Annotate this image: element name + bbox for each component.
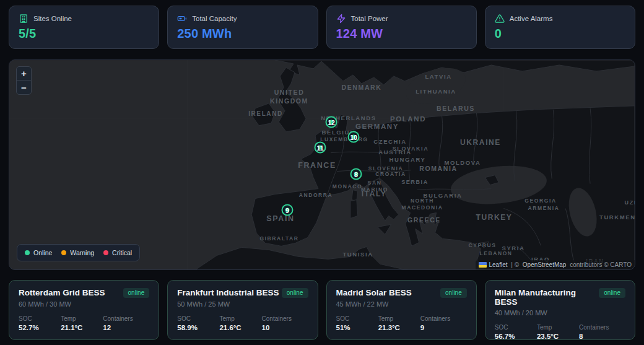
legend-label: Online bbox=[33, 249, 52, 256]
legend-item-warning: Warning bbox=[61, 249, 94, 256]
stat-card-sites-online: Sites Online 5/5 bbox=[9, 6, 159, 49]
stat-label: Total Power bbox=[351, 15, 388, 22]
site-cluster-marker[interactable]: 10 bbox=[349, 133, 359, 142]
site-capacity: 60 MWh / 30 MW bbox=[19, 300, 149, 308]
stat-value: 5/5 bbox=[19, 27, 149, 41]
containers-label: Containers bbox=[579, 324, 625, 331]
stat-card-total-power: Total Power 124 MW bbox=[326, 6, 477, 49]
site-name: Milan Manufacturing BESS bbox=[495, 288, 599, 307]
soc-value: 58.9% bbox=[177, 324, 219, 331]
soc-label: SOC bbox=[19, 315, 61, 322]
alert-triangle-icon bbox=[495, 14, 505, 24]
stat-value: 250 MWh bbox=[177, 27, 308, 41]
status-badge: online bbox=[282, 288, 308, 298]
soc-value: 56.7% bbox=[495, 333, 537, 340]
soc-label: SOC bbox=[336, 315, 378, 322]
building-icon bbox=[19, 14, 28, 24]
legend-item-critical: Critical bbox=[103, 249, 132, 256]
stat-value: 124 MW bbox=[336, 27, 467, 41]
site-card-madrid[interactable]: Madrid Solar BESS online 45 MWh / 22 MW … bbox=[326, 280, 477, 340]
temp-value: 23.5°C bbox=[537, 333, 579, 340]
site-cluster-marker[interactable]: 11 bbox=[316, 143, 325, 152]
site-capacity: 45 MWh / 22 MW bbox=[336, 300, 467, 308]
site-card-milan[interactable]: Milan Manufacturing BESS online 40 MWh /… bbox=[485, 280, 635, 340]
temp-value: 21.3°C bbox=[378, 324, 420, 331]
site-name: Frankfurt Industrial BESS bbox=[177, 288, 279, 297]
temp-label: Temp bbox=[61, 315, 103, 322]
bess-dashboard: Sites Online 5/5 Total Capacity 250 MWh … bbox=[0, 0, 644, 345]
site-cluster-marker[interactable]: 9 bbox=[283, 206, 292, 215]
map-tiles bbox=[9, 60, 635, 270]
battery-icon bbox=[177, 14, 187, 24]
stat-label: Active Alarms bbox=[510, 15, 553, 22]
temp-label: Temp bbox=[378, 315, 420, 322]
attribution-tail: contributors © CARTO bbox=[568, 261, 632, 268]
soc-value: 51% bbox=[336, 324, 378, 331]
temp-label: Temp bbox=[537, 324, 579, 331]
bolt-icon bbox=[336, 14, 346, 24]
containers-value: 9 bbox=[420, 324, 467, 331]
stat-label: Total Capacity bbox=[192, 15, 237, 22]
site-name: Madrid Solar BESS bbox=[336, 288, 412, 297]
legend-label: Warning bbox=[70, 249, 94, 256]
warning-dot-icon bbox=[61, 250, 66, 255]
site-name: Rotterdam Grid BESS bbox=[19, 288, 105, 297]
zoom-in-button[interactable]: + bbox=[17, 67, 31, 81]
temp-value: 21.1°C bbox=[61, 324, 103, 331]
containers-label: Containers bbox=[420, 315, 467, 322]
map-attribution: Leaflet | © OpenStreetMap contributors ©… bbox=[476, 260, 635, 269]
stats-row: Sites Online 5/5 Total Capacity 250 MWh … bbox=[9, 6, 635, 49]
map-legend: Online Warning Critical bbox=[17, 244, 140, 261]
site-cluster-marker[interactable]: 8 bbox=[352, 170, 361, 179]
openstreetmap-link[interactable]: OpenStreetMap bbox=[523, 261, 567, 268]
stat-card-total-capacity: Total Capacity 250 MWh bbox=[167, 6, 318, 49]
critical-dot-icon bbox=[103, 250, 108, 255]
containers-value: 10 bbox=[262, 324, 308, 331]
zoom-out-button[interactable]: − bbox=[17, 81, 31, 94]
legend-item-online: Online bbox=[25, 249, 52, 256]
site-card-rotterdam[interactable]: Rotterdam Grid BESS online 60 MWh / 30 M… bbox=[9, 280, 159, 340]
status-badge: online bbox=[599, 288, 625, 298]
stat-card-active-alarms: Active Alarms 0 bbox=[485, 6, 635, 49]
containers-value: 8 bbox=[579, 333, 625, 340]
online-dot-icon bbox=[25, 250, 30, 255]
soc-label: SOC bbox=[495, 324, 537, 331]
containers-label: Containers bbox=[103, 315, 149, 322]
legend-label: Critical bbox=[112, 249, 132, 256]
attribution-separator: | © bbox=[509, 261, 520, 268]
leaflet-link[interactable]: Leaflet bbox=[489, 261, 507, 268]
sites-row: Rotterdam Grid BESS online 60 MWh / 30 M… bbox=[9, 280, 635, 340]
site-capacity: 40 MWh / 20 MW bbox=[495, 309, 625, 317]
site-cluster-marker[interactable]: 12 bbox=[327, 118, 336, 127]
site-capacity: 50 MWh / 25 MW bbox=[177, 300, 308, 308]
status-badge: online bbox=[440, 288, 467, 298]
ukraine-flag-icon bbox=[479, 262, 487, 268]
temp-value: 21.6°C bbox=[219, 324, 261, 331]
stat-label: Sites Online bbox=[33, 15, 72, 22]
containers-label: Containers bbox=[262, 315, 308, 322]
containers-value: 12 bbox=[103, 324, 149, 331]
site-card-frankfurt[interactable]: Frankfurt Industrial BESS online 50 MWh … bbox=[167, 280, 318, 340]
stat-value: 0 bbox=[495, 27, 625, 41]
map-zoom-control: + − bbox=[16, 66, 32, 95]
temp-label: Temp bbox=[219, 315, 261, 322]
status-badge: online bbox=[123, 288, 150, 298]
sites-map[interactable]: LATVIADENMARKLITHUANIAUNITED KINGDOMBELA… bbox=[9, 59, 635, 270]
soc-label: SOC bbox=[177, 315, 219, 322]
soc-value: 52.7% bbox=[19, 324, 61, 331]
